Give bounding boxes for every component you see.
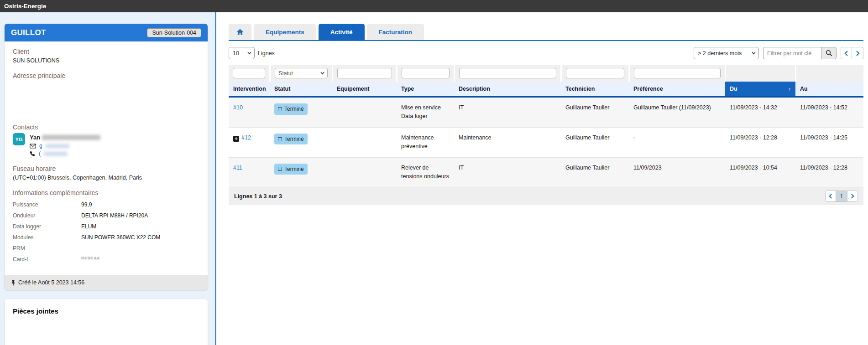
status-label: Terminé (284, 135, 304, 144)
column-header-du-sorted[interactable]: Du ↑ (725, 82, 795, 97)
info-value: DELTA RPI M88H / RPI20A (81, 212, 148, 219)
filter-row: Statut (229, 65, 863, 82)
client-card: GUILLOT Sun-Solution-004 Client SUN SOLU… (5, 24, 208, 290)
tab-equipements[interactable]: Equipements (254, 24, 316, 40)
column-header-intervention[interactable]: Intervention (229, 82, 270, 97)
contact-name-visible: Yan (30, 134, 40, 141)
filter-description-input[interactable] (459, 68, 556, 78)
period-nav-group (841, 47, 863, 59)
client-card-title: GUILLOT (11, 28, 46, 37)
cell-preference: 11/09/2023 (629, 157, 725, 187)
contact-row: YG Yan g (13, 133, 199, 157)
period-filter-select[interactable]: > 2 derniers mois (694, 47, 759, 59)
intervention-link[interactable]: #11 (233, 165, 242, 171)
filter-au-empty (795, 65, 863, 82)
timezone-section: Fuseau horaire (UTC+01:00) Brussels, Cop… (13, 165, 199, 181)
contact-email-link[interactable]: g (39, 143, 42, 149)
cell-du: 11/09/2023 - 14:32 (725, 97, 795, 128)
pushpin-icon (11, 279, 16, 286)
filter-statut-select-wrap: Statut (275, 68, 328, 78)
info-label: Modules (13, 234, 81, 241)
next-page-button[interactable] (847, 191, 858, 202)
filter-du-empty (725, 65, 795, 82)
status-badge: Terminé (274, 103, 308, 115)
search-icon (826, 50, 832, 57)
tab-activite[interactable]: Activité (319, 24, 365, 40)
status-square-icon (278, 107, 282, 111)
previous-period-button[interactable] (841, 47, 852, 59)
info-label: Data logger (13, 223, 81, 230)
additional-info-section: Informations complémentaires Puissance 9… (13, 189, 199, 263)
filter-technicien-input[interactable] (566, 68, 624, 78)
additional-info-heading: Informations complémentaires (13, 189, 199, 196)
info-row: Puissance 99,9 (13, 201, 199, 208)
column-header-equipement[interactable]: Equipement (332, 82, 397, 97)
current-page-button[interactable]: 1 (836, 191, 847, 202)
intervention-link[interactable]: #12 (241, 134, 251, 141)
main-content: Equipements Activité Facturation 10 Lign… (216, 12, 868, 345)
info-label: Onduleur (13, 212, 81, 219)
lines-label: Lignes (258, 50, 275, 57)
chevron-left-icon (829, 194, 832, 199)
address-blank (13, 82, 199, 115)
intervention-link[interactable]: #10 (233, 104, 243, 111)
previous-page-button[interactable] (825, 191, 836, 202)
cell-technicien: Guillaume Taulier (561, 157, 629, 187)
cell-preference: Guillaume Taulier (11/09/2023) (629, 97, 725, 128)
column-header-au[interactable]: Au (795, 82, 863, 97)
info-row: PRM (13, 245, 199, 252)
solution-reference-badge: Sun-Solution-004 (147, 28, 201, 37)
status-badge: Terminé (274, 134, 308, 145)
info-row: Card-I 013144 (13, 256, 199, 263)
envelope-icon (30, 144, 36, 149)
table-header-row: Intervention Statut Equipement Type Desc… (229, 82, 863, 97)
rows-summary: Lignes 1 à 3 sur 3 (234, 193, 282, 200)
client-heading: Client (13, 48, 199, 55)
page-size-select[interactable]: 10 (229, 47, 255, 59)
top-bar: Osiris-Energie (0, 0, 868, 12)
chevron-left-icon (844, 51, 848, 56)
filter-statut-select[interactable]: Statut (275, 68, 328, 78)
keyword-search-group (763, 47, 837, 59)
next-period-button[interactable] (852, 47, 863, 59)
chevron-right-icon (856, 51, 860, 56)
redacted-email-blur (46, 144, 69, 148)
contacts-heading: Contacts (13, 124, 199, 131)
pagination: 1 (825, 191, 858, 202)
column-header-description[interactable]: Description (454, 82, 561, 97)
attachments-heading: Pièces jointes (13, 307, 199, 315)
page-size-select-wrap: 10 (229, 47, 255, 59)
contact-phone-line: ( (30, 150, 100, 157)
column-header-type[interactable]: Type (397, 82, 454, 97)
cell-description: IT (454, 157, 561, 187)
timezone-heading: Fuseau horaire (13, 165, 199, 172)
column-header-technicien[interactable]: Technicien (561, 82, 629, 97)
contact-email-line: g (30, 143, 100, 149)
cell-equipement (332, 157, 397, 187)
interventions-table: Statut Intervention Statut Equipemen (229, 65, 863, 187)
contacts-section: Contacts YG Yan g (13, 124, 199, 157)
filter-equipement-input[interactable] (337, 68, 392, 78)
timezone-value: (UTC+01:00) Brussels, Copenhagen, Madrid… (13, 175, 199, 181)
chevron-right-icon (851, 194, 854, 199)
phone-icon (30, 151, 36, 157)
expand-row-icon[interactable]: + (233, 136, 239, 142)
column-header-preference[interactable]: Préférence (629, 82, 725, 97)
tab-home[interactable] (229, 24, 251, 40)
filter-preference-input[interactable] (634, 68, 721, 78)
column-header-statut[interactable]: Statut (270, 82, 332, 97)
tab-facturation[interactable]: Facturation (367, 24, 424, 40)
cell-preference: - (629, 127, 725, 157)
filter-type-input[interactable] (402, 68, 450, 78)
status-badge: Terminé (274, 164, 308, 175)
cell-description: IT (454, 97, 561, 128)
info-row: Onduleur DELTA RPI M88H / RPI20A (13, 212, 199, 219)
contact-phone-link[interactable]: ( (39, 150, 41, 157)
column-header-du-label: Du (730, 86, 737, 92)
keyword-search-input[interactable] (763, 47, 821, 59)
info-value-clipped: 013144 (81, 256, 99, 259)
search-button[interactable] (821, 47, 837, 59)
cell-du: 11/09/2023 - 12:28 (725, 127, 795, 157)
table-row: #10 Terminé Mise en service Data loger I… (229, 97, 863, 128)
filter-intervention-input[interactable] (233, 68, 265, 78)
